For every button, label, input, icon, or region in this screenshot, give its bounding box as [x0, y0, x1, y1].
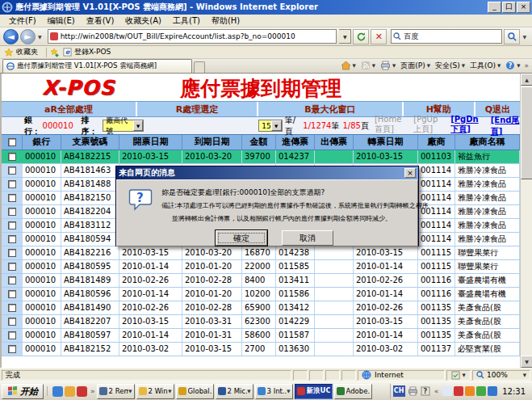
home-dropdown-icon[interactable]: ▼ [353, 63, 356, 68]
command-dropdown-icon[interactable]: ▼ [497, 63, 501, 68]
start-button[interactable]: 开始 [2, 384, 44, 399]
command-bar-item[interactable]: 页面(P)▼ [398, 59, 433, 72]
tray-shield-icon[interactable] [476, 386, 486, 396]
close-button[interactable]: × [517, 2, 530, 13]
pager-link[interactable]: [PgDn下頁] [450, 115, 485, 137]
new-tab-stub[interactable] [194, 61, 205, 73]
help-button[interactable]: ? ▼ [503, 59, 522, 72]
row-checkbox[interactable] [8, 290, 16, 298]
maximize-button[interactable]: 口 [502, 2, 516, 13]
page-mode-dropdown-icon[interactable]: ▼ [462, 373, 465, 377]
zoom-control[interactable]: 100% ▼ [472, 370, 530, 381]
row-checkbox[interactable] [8, 221, 16, 229]
scrollbar-thumb[interactable] [521, 86, 532, 179]
ok-button[interactable]: 確定 [216, 230, 267, 246]
row-checkbox[interactable] [8, 345, 16, 353]
row-checkbox[interactable] [8, 276, 16, 284]
help-dropdown-icon[interactable]: ▼ [517, 63, 520, 68]
select-all-checkbox[interactable] [8, 138, 16, 146]
row-checkbox[interactable] [8, 318, 16, 326]
row-checkbox[interactable] [8, 304, 16, 312]
tray-update-icon[interactable] [465, 386, 475, 396]
menu-item[interactable]: 帮助(H) [206, 15, 245, 27]
search-box[interactable] [391, 29, 502, 44]
taskbar-button[interactable]: Global... [176, 384, 214, 399]
page-menu-item[interactable]: R處理選定 [137, 102, 258, 116]
taskbar-button-dropdown-icon[interactable]: ▼ [168, 389, 171, 394]
scroll-down-icon[interactable]: ▼ [521, 356, 532, 368]
page-mode-panel[interactable]: ▼ [446, 370, 471, 381]
favorites-star-icon[interactable] [4, 48, 14, 57]
taskbar-button-dropdown-icon[interactable]: ▼ [287, 389, 290, 394]
taskbar-button[interactable]: 3 Int...▼ [255, 384, 293, 399]
page-size-dropdown-icon[interactable]: ▼ [271, 120, 282, 131]
taskbar-button[interactable]: 2 Rem...▼ [97, 384, 135, 399]
menu-item[interactable]: 文件(F) [3, 15, 42, 27]
search-dropdown-icon[interactable]: ▼ [520, 34, 529, 40]
print-dropdown-icon[interactable]: ▼ [392, 63, 396, 68]
page-size-select[interactable]: 15 ▼ [258, 120, 282, 132]
command-bar-item[interactable]: 安全(S)▼ [433, 59, 467, 72]
favorites-label[interactable]: 收藏夹 [16, 47, 38, 57]
language-indicator[interactable]: CH [393, 385, 405, 397]
quick-launch-browser-icon[interactable] [52, 386, 63, 397]
tray-collapse-chevron[interactable]: « [433, 387, 441, 395]
pager-link[interactable]: [End尾頁] [491, 115, 520, 137]
cancel-button[interactable]: 取消 [282, 230, 333, 246]
row-checkbox[interactable] [8, 208, 16, 216]
row-checkbox[interactable] [8, 331, 16, 339]
taskbar-button[interactable]: Adobe... [334, 384, 372, 399]
feeds-dropdown-icon[interactable]: ▼ [372, 63, 375, 68]
row-checkbox[interactable] [8, 166, 16, 175]
row-checkbox[interactable] [8, 194, 16, 202]
row-checkbox[interactable] [8, 235, 16, 243]
quick-launch-messenger-icon[interactable] [65, 386, 75, 397]
command-overflow-chevron[interactable]: » [522, 61, 530, 69]
zoom-dropdown-icon[interactable]: ▼ [523, 373, 526, 377]
taskbar-button[interactable]: 2 Win...▼ [136, 384, 174, 399]
menu-item[interactable]: 编辑(E) [42, 15, 81, 27]
tray-help-icon[interactable]: ? [421, 386, 430, 396]
taskbar-button[interactable]: 2 Mic...▼ [216, 384, 253, 399]
tab-active[interactable]: 應付票據到期管理 V1.01[X-POS 雲端商務網] [2, 59, 192, 73]
menu-item[interactable]: 工具(T) [167, 15, 206, 27]
sort-select[interactable]: 廠商代號 ▼ [103, 120, 144, 132]
print-button[interactable]: ▼ [378, 59, 398, 72]
row-checkbox[interactable] [8, 153, 16, 161]
minimize-button[interactable]: _ [488, 2, 501, 13]
refresh-button[interactable] [353, 29, 369, 44]
command-bar-item[interactable]: 工具(O)▼ [467, 59, 503, 72]
add-favorite-icon[interactable] [50, 48, 60, 57]
home-button[interactable]: ▼ [338, 59, 358, 72]
feeds-button[interactable]: ▼ [358, 59, 378, 72]
sort-dropdown-icon[interactable]: ▼ [133, 120, 143, 131]
row-checkbox[interactable] [8, 180, 16, 188]
back-button[interactable]: ◄ [3, 29, 19, 44]
row-checkbox[interactable] [8, 249, 16, 257]
menu-item[interactable]: 查看(V) [81, 15, 120, 27]
address-input[interactable] [61, 32, 335, 40]
address-dropdown-icon[interactable]: ▼ [339, 29, 351, 44]
taskbar-button-dropdown-icon[interactable]: ▼ [247, 389, 250, 394]
quick-launch-qq-icon[interactable] [77, 386, 87, 397]
scroll-up-icon[interactable]: ▲ [521, 74, 532, 86]
taskbar-button[interactable]: 新浪UC [295, 384, 333, 399]
tray-qq-icon[interactable] [454, 386, 463, 396]
command-dropdown-icon[interactable]: ▼ [462, 63, 465, 68]
vertical-scrollbar[interactable]: ▲ ▼ [520, 74, 532, 368]
search-input[interactable] [404, 32, 500, 40]
command-dropdown-icon[interactable]: ▼ [427, 63, 430, 68]
taskbar-button-dropdown-icon[interactable]: ▼ [128, 389, 132, 394]
tray-document-icon[interactable] [442, 386, 452, 396]
menu-item[interactable]: 收藏夹(A) [119, 15, 167, 27]
address-bar[interactable] [48, 29, 337, 44]
forward-button[interactable]: ► [20, 29, 36, 44]
tray-network-icon[interactable] [488, 386, 497, 396]
row-checkbox[interactable] [8, 263, 16, 271]
search-button[interactable] [504, 29, 520, 44]
stop-button[interactable]: ✕ [371, 29, 387, 44]
quick-launch-chevron[interactable]: » [89, 387, 97, 395]
history-dropdown-icon[interactable]: ▼ [36, 34, 44, 40]
favorites-link-login[interactable]: 登錄X-POS [74, 47, 111, 57]
dialog-close-icon[interactable]: × [404, 168, 416, 178]
